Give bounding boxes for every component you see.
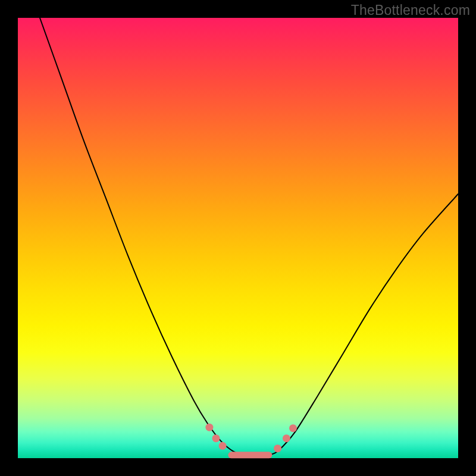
bottleneck-curve (40, 18, 458, 456)
chart-frame: TheBottleneck.com (0, 0, 476, 476)
optimum-marker (212, 434, 220, 442)
optimum-marker (219, 442, 227, 450)
plot-area (18, 18, 458, 458)
optimum-markers (205, 424, 297, 455)
curve-svg (18, 18, 458, 458)
optimum-marker (274, 444, 281, 452)
optimum-marker (205, 424, 213, 431)
attribution-label: TheBottleneck.com (351, 2, 470, 18)
optimum-marker (289, 424, 297, 432)
optimum-marker (283, 434, 290, 442)
